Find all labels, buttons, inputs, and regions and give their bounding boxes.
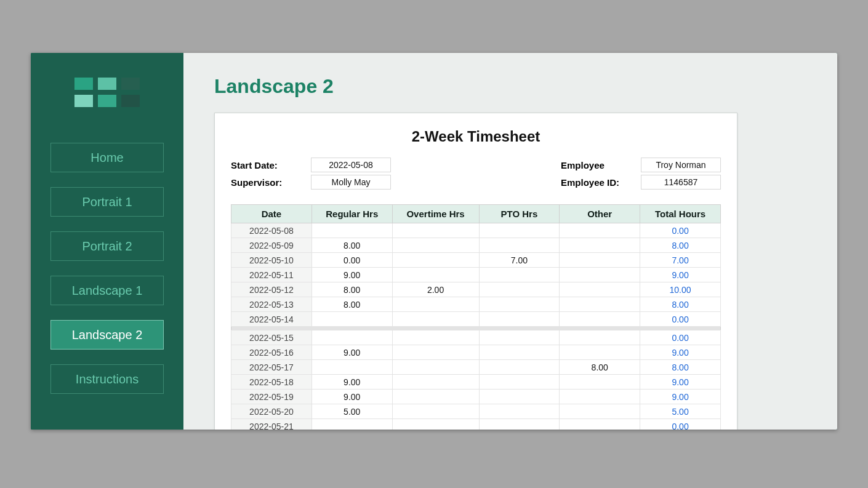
pto-cell[interactable]	[479, 360, 560, 375]
regular-cell[interactable]: 9.00	[311, 390, 392, 404]
supervisor-label: Supervisor:	[231, 177, 311, 188]
total-cell: 9.00	[640, 390, 721, 404]
regular-cell[interactable]	[311, 360, 392, 375]
overtime-cell[interactable]	[392, 404, 479, 419]
pto-cell[interactable]: 7.00	[479, 253, 560, 268]
table-row: 2022-05-080.00	[231, 223, 721, 238]
overtime-cell[interactable]	[392, 238, 479, 253]
regular-cell[interactable]	[311, 330, 392, 345]
table-row: 2022-05-138.008.00	[231, 297, 721, 312]
sidebar-item-instructions[interactable]: Instructions	[50, 364, 164, 394]
date-cell: 2022-05-15	[231, 330, 312, 345]
start-date-field[interactable]: 2022-05-08	[311, 158, 391, 172]
total-cell: 10.00	[640, 282, 721, 297]
pto-cell[interactable]	[479, 390, 560, 404]
total-cell: 9.00	[640, 345, 721, 360]
regular-cell[interactable]: 8.00	[311, 282, 392, 297]
total-cell: 7.00	[640, 253, 721, 268]
pto-cell[interactable]	[479, 330, 560, 345]
date-cell: 2022-05-21	[231, 419, 312, 430]
regular-cell[interactable]: 5.00	[311, 404, 392, 419]
total-cell: 0.00	[640, 419, 721, 430]
other-cell[interactable]	[560, 419, 640, 430]
regular-cell[interactable]: 9.00	[311, 375, 392, 390]
regular-cell[interactable]	[311, 223, 392, 238]
employee-field[interactable]: Troy Norman	[641, 158, 721, 172]
pto-cell[interactable]	[479, 345, 560, 360]
regular-cell[interactable]: 8.00	[311, 238, 392, 253]
overtime-cell[interactable]	[392, 375, 479, 390]
other-cell[interactable]	[560, 253, 640, 268]
regular-cell[interactable]: 9.00	[311, 345, 392, 360]
other-cell[interactable]	[560, 297, 640, 312]
other-cell[interactable]	[560, 312, 640, 327]
other-cell[interactable]	[560, 282, 640, 297]
overtime-cell[interactable]	[392, 360, 479, 375]
total-cell: 8.00	[640, 360, 721, 375]
total-cell: 8.00	[640, 297, 721, 312]
pto-cell[interactable]	[479, 223, 560, 238]
supervisor-field[interactable]: Molly May	[311, 175, 391, 190]
other-cell[interactable]	[560, 390, 640, 404]
total-cell: 0.00	[640, 223, 721, 238]
overtime-cell[interactable]: 2.00	[392, 282, 479, 297]
table-row: 2022-05-178.008.00	[231, 360, 721, 375]
other-cell[interactable]	[560, 375, 640, 390]
table-row: 2022-05-100.007.007.00	[231, 253, 721, 268]
other-cell[interactable]	[560, 268, 640, 282]
table-header-row: Date Regular Hrs Overtime Hrs PTO Hrs Ot…	[231, 205, 721, 223]
pto-cell[interactable]	[479, 312, 560, 327]
table-row: 2022-05-210.00	[231, 419, 721, 430]
overtime-cell[interactable]	[392, 390, 479, 404]
regular-cell[interactable]: 9.00	[311, 268, 392, 282]
date-cell: 2022-05-16	[231, 345, 312, 360]
pto-cell[interactable]	[479, 297, 560, 312]
sidebar-item-landscape-1[interactable]: Landscape 1	[50, 276, 164, 305]
overtime-cell[interactable]	[392, 419, 479, 430]
other-cell[interactable]	[560, 238, 640, 253]
col-overtime: Overtime Hrs	[392, 205, 479, 223]
other-cell[interactable]	[560, 345, 640, 360]
overtime-cell[interactable]	[392, 223, 479, 238]
overtime-cell[interactable]	[392, 253, 479, 268]
sidebar-item-portrait-1[interactable]: Portrait 1	[50, 187, 164, 217]
total-cell: 0.00	[640, 330, 721, 345]
employee-id-field[interactable]: 1146587	[641, 175, 721, 190]
sidebar-item-portrait-2[interactable]: Portrait 2	[50, 231, 164, 261]
other-cell[interactable]	[560, 330, 640, 345]
table-row: 2022-05-119.009.00	[231, 268, 721, 282]
pto-cell[interactable]	[479, 375, 560, 390]
col-total: Total Hours	[640, 205, 721, 223]
total-cell: 9.00	[640, 268, 721, 282]
overtime-cell[interactable]	[392, 345, 479, 360]
timesheet-card: 2-Week Timesheet Start Date: 2022-05-08 …	[214, 113, 737, 430]
pto-cell[interactable]	[479, 268, 560, 282]
date-cell: 2022-05-18	[231, 375, 312, 390]
pto-cell[interactable]	[479, 238, 560, 253]
pto-cell[interactable]	[479, 404, 560, 419]
pto-cell[interactable]	[479, 419, 560, 430]
overtime-cell[interactable]	[392, 268, 479, 282]
other-cell[interactable]: 8.00	[560, 360, 640, 375]
other-cell[interactable]	[560, 404, 640, 419]
table-row: 2022-05-150.00	[231, 330, 721, 345]
overtime-cell[interactable]	[392, 312, 479, 327]
other-cell[interactable]	[560, 223, 640, 238]
sidebar-nav: HomePortrait 1Portrait 2Landscape 1Lands…	[50, 143, 164, 394]
start-date-label: Start Date:	[231, 160, 311, 170]
sidebar-item-home[interactable]: Home	[50, 143, 164, 172]
regular-cell[interactable]: 8.00	[311, 297, 392, 312]
regular-cell[interactable]	[311, 312, 392, 327]
sheet-title: 2-Week Timesheet	[231, 128, 721, 145]
pto-cell[interactable]	[479, 282, 560, 297]
sidebar: HomePortrait 1Portrait 2Landscape 1Lands…	[31, 53, 183, 430]
app-frame: HomePortrait 1Portrait 2Landscape 1Lands…	[31, 53, 837, 430]
total-cell: 0.00	[640, 312, 721, 327]
col-date: Date	[231, 205, 312, 223]
overtime-cell[interactable]	[392, 297, 479, 312]
table-row: 2022-05-169.009.00	[231, 345, 721, 360]
regular-cell[interactable]: 0.00	[311, 253, 392, 268]
regular-cell[interactable]	[311, 419, 392, 430]
overtime-cell[interactable]	[392, 330, 479, 345]
sidebar-item-landscape-2[interactable]: Landscape 2	[50, 320, 164, 350]
